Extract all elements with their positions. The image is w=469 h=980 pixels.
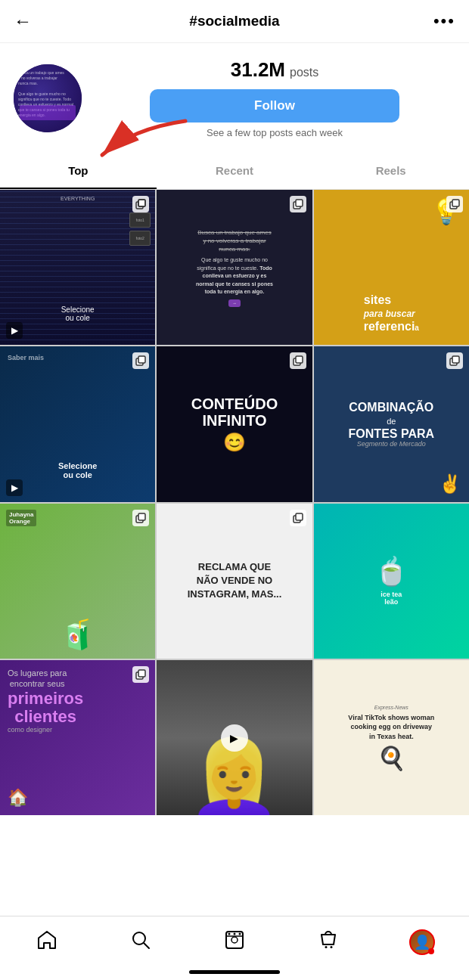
svg-rect-11 [296,356,303,363]
svg-point-29 [331,946,333,948]
multi-media-icon [132,352,149,369]
svg-line-21 [144,943,149,948]
brand-label: JuhaynaOrange [6,510,36,526]
search-icon [130,929,151,956]
grid-item[interactable]: sitespara buscarreferencia 💡 [314,190,469,345]
svg-rect-9 [138,356,145,363]
multi-media-icon [446,352,463,369]
nav-search[interactable] [124,926,157,959]
home-icon [36,929,57,956]
multi-media-icon [290,196,306,212]
more-button[interactable]: ••• [425,11,455,31]
play-icon: ▶ [221,724,248,752]
grid-item[interactable]: EVERYTHING foto1 foto2 Selecioneou cole … [0,190,155,345]
reels-icon: ▶ [6,479,23,496]
svg-rect-5 [296,200,303,206]
tab-top[interactable]: Top [0,154,157,189]
reels-icon: ▶ [6,322,23,339]
multi-media-icon [290,352,306,369]
follow-subtext: See a few top posts each week [207,127,343,138]
count-number: 31.2M [231,58,285,82]
svg-rect-13 [452,356,459,363]
posts-count: 31.2M posts [231,58,319,82]
grid-item[interactable]: Saber mais Selecioneou cole ▶ [0,346,155,501]
tab-recent[interactable]: Recent [157,154,313,189]
grid-item[interactable]: 👱‍♀️ ▶ [157,660,312,815]
svg-rect-15 [138,513,145,520]
header: ← #socialmedia ••• [0,0,469,43]
profile-section: Busca un trabajo que amesy no volveras a… [0,43,469,150]
profile-info: 31.2M posts Follow See a few top posts e… [94,58,455,138]
nav-profile[interactable]: 👤 [405,926,439,959]
grid-item[interactable]: RECLAMA QUENÃO VENDE NOINSTAGRAM, MAS... [157,504,312,659]
grid-item[interactable]: 🧃 JuhaynaOrange [0,504,155,659]
multi-media-icon [132,666,149,683]
nav-shop[interactable] [312,926,345,959]
multi-media-icon [446,196,463,212]
reels-nav-icon [224,929,245,956]
multi-media-icon [132,510,149,526]
nav-reels[interactable] [218,926,251,959]
svg-rect-17 [296,513,303,520]
back-button[interactable]: ← [14,11,44,32]
follow-button[interactable]: Follow [150,89,399,122]
multi-media-icon [290,510,306,526]
grid-item[interactable]: Busca un trabajo que amesy no volveras a… [157,190,312,345]
avatar: Busca un trabajo que amesy no volveras a… [14,64,82,132]
svg-rect-7 [452,200,459,206]
shop-icon [318,929,339,956]
svg-point-26 [234,932,236,935]
home-indicator [189,970,280,974]
multi-media-icon [132,196,149,212]
svg-point-23 [231,937,238,943]
tab-reels[interactable]: Reels [312,154,469,189]
count-label: posts [290,66,318,79]
nav-home[interactable] [30,926,64,959]
notification-badge [428,948,434,954]
svg-rect-19 [138,670,145,677]
posts-grid: EVERYTHING foto1 foto2 Selecioneou cole … [0,190,469,815]
hashtag-title: #socialmedia [189,13,279,29]
svg-point-25 [228,932,231,935]
grid-item[interactable]: COMBINAÇÃOdeFONTES PARA Segmento de Merc… [314,346,469,501]
svg-rect-2 [138,200,145,206]
grid-item[interactable]: 🏠 Os lugares paraencontrar seus primeiro… [0,660,155,815]
grid-item[interactable]: 🍵 ice tealeão [314,504,469,659]
grid-item[interactable]: Express-News Viral TikTok shows womancoo… [314,660,469,815]
tabs: Top Recent Reels [0,154,469,190]
svg-point-27 [239,932,241,935]
svg-point-28 [325,946,328,948]
grid-item[interactable]: CONTEÚDOINFINITO 😊 [157,346,312,501]
